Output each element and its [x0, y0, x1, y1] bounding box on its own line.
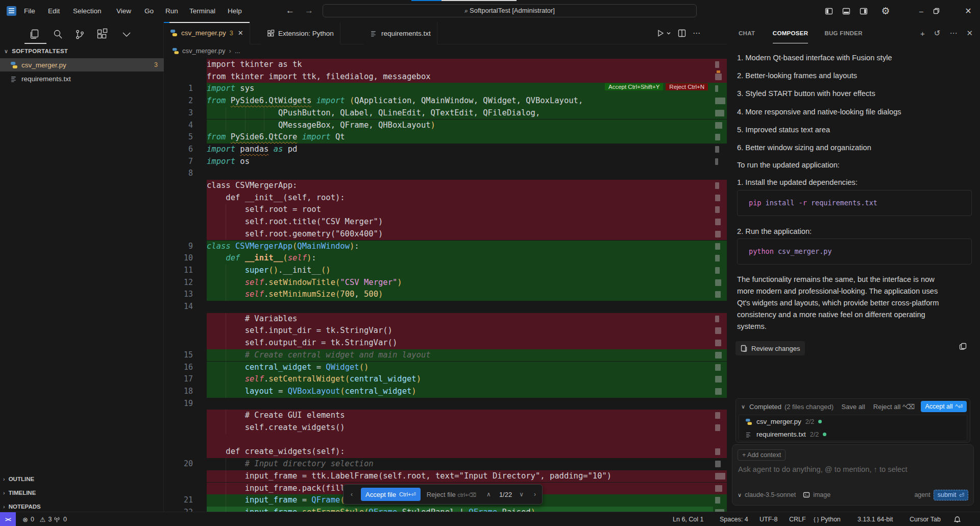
next-diff-chevron[interactable]: ∨: [519, 491, 524, 498]
image-icon[interactable]: [803, 491, 810, 498]
code-block-pip-install[interactable]: pip install -r requirements.txt: [737, 190, 972, 216]
code-line[interactable]: # Variables: [164, 313, 727, 325]
changed-file-requirements.txt[interactable]: requirements.txt2/2: [739, 428, 967, 441]
project-root-header[interactable]: ∨ SOFTPORTALTEST: [4, 48, 157, 58]
code-line[interactable]: import tkinter as tk: [164, 59, 727, 71]
tab-extension-python[interactable]: Extension: Python: [261, 22, 340, 44]
tab-close-icon[interactable]: ✕: [238, 29, 243, 37]
code-line[interactable]: from tkinter import ttk, filedialog, mes…: [164, 71, 727, 83]
code-line[interactable]: 16 central_widget = QWidget(): [164, 362, 727, 374]
tab-csv-merger-py[interactable]: csv_merger.py3✕: [164, 22, 250, 44]
cursor-tab-indicator[interactable]: Cursor Tab: [910, 512, 941, 526]
split-editor-icon[interactable]: [678, 29, 686, 37]
editor-more-actions-icon[interactable]: ⋯: [693, 29, 701, 38]
copy-icon[interactable]: [959, 343, 967, 350]
save-all-button[interactable]: Save all: [842, 403, 865, 411]
submit-button[interactable]: submit⏎: [934, 490, 968, 500]
command-center-search[interactable]: ⌕ SoftportalTest [Administrator]: [323, 4, 697, 17]
accept-all-button[interactable]: Accept all^⏎: [921, 401, 967, 412]
code-line[interactable]: 5from PySide6.QtCore import Qt: [164, 131, 727, 144]
reject-all-button[interactable]: Reject all ^⌫: [873, 403, 915, 411]
breadcrumb[interactable]: csv_merger.py › ...: [164, 44, 727, 57]
file-tree-item-requirements.txt[interactable]: requirements.txt: [0, 73, 164, 86]
new-composer-icon[interactable]: +: [920, 29, 925, 38]
review-changes-button[interactable]: Review changes: [736, 341, 805, 355]
code-line[interactable]: def __init__(self, root):: [164, 192, 727, 204]
language-mode[interactable]: { } Python: [814, 512, 841, 526]
file-tree-item-csv_merger.py[interactable]: csv_merger.py3: [0, 58, 164, 71]
code-line[interactable]: 8: [164, 168, 727, 180]
settings-gear-icon[interactable]: ⚙: [877, 5, 894, 17]
menu-go[interactable]: Go: [140, 0, 158, 22]
menu-edit[interactable]: Edit: [43, 0, 64, 22]
composer-tab-chat[interactable]: CHAT: [739, 22, 755, 44]
code-line[interactable]: # Create GUI elements: [164, 410, 727, 422]
code-line[interactable]: 2from PySide6.QtWidgets import (QApplica…: [164, 95, 727, 107]
run-button[interactable]: [656, 29, 671, 37]
toggle-panel-icon[interactable]: [842, 7, 860, 15]
next-file-chevron[interactable]: ›: [534, 491, 536, 498]
code-line[interactable]: 6import pandas as pd: [164, 144, 727, 156]
explorer-icon[interactable]: [28, 28, 41, 41]
code-line[interactable]: 17 self.setCentralWidget(central_widget): [164, 373, 727, 386]
composer-input-box[interactable]: + Add context Ask agent to do anything, …: [732, 444, 974, 506]
search-icon[interactable]: [52, 28, 65, 41]
image-label[interactable]: image: [813, 491, 830, 498]
tab-requirements-txt[interactable]: requirements.txt: [364, 22, 437, 44]
notifications-bell-icon[interactable]: [953, 512, 961, 526]
indentation[interactable]: Spaces: 4: [720, 512, 748, 526]
reject-file-button[interactable]: Reject file ctrl+⌫: [427, 491, 476, 498]
code-line[interactable]: 12 self.setWindowTitle("CSV Merger"): [164, 277, 727, 289]
code-line[interactable]: 14: [164, 301, 727, 313]
eol-sequence[interactable]: CRLF: [789, 512, 806, 526]
encoding[interactable]: UTF-8: [760, 512, 777, 526]
sidebar-section-outline[interactable]: ›OUTLINE: [3, 472, 161, 485]
code-line[interactable]: [164, 434, 727, 446]
problems-indicator[interactable]: ⊗0 ⚠3: [22, 512, 52, 526]
extensions-icon[interactable]: [95, 28, 109, 41]
completed-chevron[interactable]: ∨: [741, 403, 745, 410]
changed-file-csv_merger.py[interactable]: csv_merger.py2/2: [739, 415, 967, 428]
sidebar-section-timeline[interactable]: ›TIMELINE: [3, 486, 161, 499]
code-line[interactable]: 15 # Create central widget and main layo…: [164, 349, 727, 362]
code-line[interactable]: self.root.title("CSV Merger"): [164, 216, 727, 228]
history-icon[interactable]: ↺: [934, 29, 941, 38]
menu-terminal[interactable]: Terminal: [185, 0, 220, 22]
code-line[interactable]: self.output_dir = tk.StringVar(): [164, 337, 727, 349]
prev-diff-chevron[interactable]: ∧: [486, 491, 491, 498]
close-button[interactable]: ✕: [957, 6, 980, 16]
breadcrumb-file[interactable]: csv_merger.py: [182, 47, 226, 55]
code-line[interactable]: self.input_dir = tk.StringVar(): [164, 325, 727, 337]
code-line[interactable]: self.create_widgets(): [164, 422, 727, 434]
composer-tab-composer[interactable]: COMPOSER: [773, 22, 808, 43]
code-line[interactable]: 3 QPushButton, QLabel, QLineEdit, QTextE…: [164, 107, 727, 119]
close-panel-icon[interactable]: ✕: [966, 29, 973, 38]
nav-forward-icon[interactable]: →: [305, 0, 313, 22]
code-line[interactable]: class CSVMergerApp:: [164, 180, 727, 192]
code-line[interactable]: input_frame = ttk.LabelFrame(self.root, …: [164, 470, 727, 483]
add-context-button[interactable]: + Add context: [738, 449, 786, 461]
diff-accept-badge[interactable]: Accept Ctrl+Shift+Y: [605, 83, 663, 90]
code-line[interactable]: def create_widgets(self):: [164, 446, 727, 458]
nav-back-icon[interactable]: ←: [286, 0, 295, 22]
ports-indicator[interactable]: 0: [53, 512, 67, 526]
python-version[interactable]: 3.13.1 64-bit: [857, 512, 893, 526]
code-line[interactable]: 13 self.setMinimumSize(700, 500): [164, 289, 727, 301]
composer-tab-bug-finder[interactable]: BUG FINDER: [824, 22, 863, 44]
views-more-icon[interactable]: [121, 31, 134, 44]
accept-file-button[interactable]: Accept fileCtrl+⏎: [361, 488, 421, 501]
code-line[interactable]: 11 super().__init__(): [164, 265, 727, 277]
code-block-python-run[interactable]: python csv_merger.py: [737, 238, 972, 265]
cursor-position[interactable]: Ln 6, Col 1: [673, 512, 703, 526]
code-line[interactable]: 4 QMessageBox, QFrame, QHBoxLayout): [164, 119, 727, 132]
code-line[interactable]: 18 layout = QVBoxLayout(central_widget): [164, 386, 727, 398]
code-line[interactable]: 20 # Input directory selection: [164, 458, 727, 470]
code-line[interactable]: 19: [164, 398, 727, 410]
sidebar-section-notepads[interactable]: ›NOTEPADS: [3, 500, 161, 513]
toggle-secondary-sidebar-icon[interactable]: [860, 7, 877, 15]
prev-file-chevron[interactable]: ‹: [351, 491, 353, 498]
code-line[interactable]: self.root.geometry("600x400"): [164, 228, 727, 241]
menu-file[interactable]: File: [19, 0, 40, 22]
restore-button[interactable]: [933, 8, 957, 14]
toggle-sidebar-icon[interactable]: [825, 7, 842, 15]
